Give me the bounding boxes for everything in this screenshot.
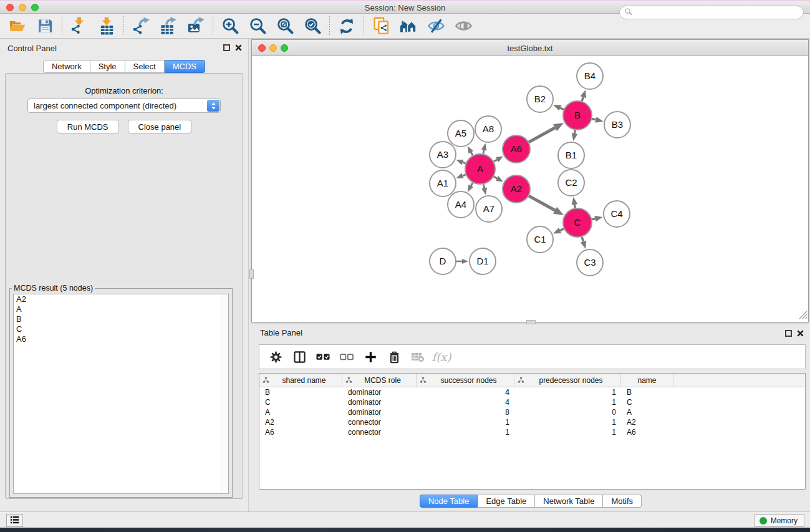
table-tab-edge-table[interactable]: Edge Table bbox=[478, 495, 535, 508]
float-panel-icon[interactable] bbox=[223, 44, 230, 51]
mcds-result-item[interactable]: A bbox=[14, 304, 228, 314]
table-row[interactable]: Adominator80A bbox=[259, 407, 805, 417]
graph-edge[interactable] bbox=[529, 196, 555, 210]
tab-select[interactable]: Select bbox=[125, 60, 165, 73]
table-cell[interactable]: 1 bbox=[514, 417, 621, 427]
graph-edge[interactable] bbox=[494, 160, 497, 162]
graph-edge[interactable] bbox=[575, 130, 576, 133]
add-column-icon[interactable] bbox=[360, 347, 380, 367]
table-tab-node-table[interactable]: Node Table bbox=[420, 495, 478, 508]
graph-node-A8[interactable] bbox=[475, 116, 501, 142]
mcds-result-item[interactable]: C bbox=[14, 324, 228, 334]
table-cell[interactable]: 1 bbox=[514, 397, 621, 407]
open-file-icon[interactable] bbox=[4, 15, 31, 37]
table-cell[interactable]: B bbox=[621, 387, 673, 397]
table-cell[interactable]: dominator bbox=[342, 407, 417, 417]
table-row[interactable]: A6connector11A6 bbox=[259, 427, 805, 437]
graph-edge[interactable] bbox=[582, 97, 583, 101]
column-header-predecessor-nodes[interactable]: predecessor nodes bbox=[514, 374, 621, 387]
table-row[interactable]: Bdominator41B bbox=[259, 387, 805, 397]
graph-edge[interactable] bbox=[592, 219, 595, 220]
table-cell[interactable]: A bbox=[259, 407, 342, 417]
table-close-panel-icon[interactable] bbox=[797, 330, 804, 337]
graph-edge[interactable] bbox=[561, 108, 564, 109]
table-cell[interactable]: 8 bbox=[417, 407, 514, 417]
column-visibility-icon[interactable] bbox=[289, 347, 309, 367]
graph-node-C4[interactable] bbox=[604, 201, 630, 227]
table-cell[interactable]: 4 bbox=[417, 397, 514, 407]
column-header-shared-name[interactable]: shared name bbox=[259, 374, 342, 387]
table-cell[interactable]: A6 bbox=[621, 427, 673, 437]
graph-edge[interactable] bbox=[582, 237, 583, 241]
table-row[interactable]: Cdominator41C bbox=[259, 397, 805, 407]
run-mcds-button[interactable]: Run MCDS bbox=[57, 120, 119, 133]
graph-edge[interactable] bbox=[483, 150, 484, 154]
tab-mcds[interactable]: MCDS bbox=[165, 60, 205, 73]
optimization-criterion-select[interactable]: largest connected component (directed) bbox=[27, 99, 221, 113]
graph-node-B3[interactable] bbox=[604, 112, 630, 138]
export-image-icon[interactable] bbox=[182, 15, 210, 37]
table-cell[interactable]: dominator bbox=[342, 387, 417, 397]
import-table-icon[interactable] bbox=[93, 15, 120, 37]
graph-node-A6[interactable] bbox=[503, 135, 530, 163]
table-row[interactable]: A2connector11A2 bbox=[259, 417, 805, 427]
graph-node-B1[interactable] bbox=[558, 142, 584, 168]
import-network-icon[interactable] bbox=[65, 15, 93, 37]
zoom-out-icon[interactable] bbox=[244, 15, 271, 37]
graph-node-A2[interactable] bbox=[503, 175, 530, 203]
graph-node-A3[interactable] bbox=[430, 142, 456, 168]
table-cell[interactable]: 4 bbox=[417, 387, 514, 397]
mcds-result-item[interactable]: B bbox=[14, 314, 228, 324]
graph-node-B2[interactable] bbox=[527, 86, 553, 112]
delete-column-icon[interactable] bbox=[384, 347, 404, 367]
graph-edge[interactable] bbox=[463, 162, 466, 163]
table-cell[interactable]: C bbox=[621, 397, 673, 407]
result-scrollbar[interactable] bbox=[221, 294, 228, 493]
graph-node-A4[interactable] bbox=[448, 191, 474, 218]
graph-node-C[interactable] bbox=[563, 208, 592, 237]
search-input[interactable] bbox=[635, 7, 803, 18]
graph-edge[interactable] bbox=[471, 183, 473, 186]
graph-node-D1[interactable] bbox=[470, 248, 496, 274]
export-table-icon[interactable] bbox=[155, 15, 182, 37]
graph-node-C3[interactable] bbox=[577, 249, 603, 276]
table-float-panel-icon[interactable] bbox=[785, 330, 792, 337]
hide-panel-icon[interactable] bbox=[422, 15, 450, 37]
network-canvas[interactable]: B4B2BB3A8A5A6A3B1AA1C2A2A4A7CC1C4C3DD1 bbox=[252, 56, 808, 322]
graph-node-C1[interactable] bbox=[527, 226, 553, 253]
deselect-all-icon[interactable] bbox=[337, 347, 357, 367]
select-all-icon[interactable] bbox=[313, 347, 333, 367]
graph-node-A7[interactable] bbox=[476, 196, 502, 222]
table-cell[interactable]: connector bbox=[342, 417, 417, 427]
table-cell[interactable]: B bbox=[259, 387, 342, 397]
table-cell[interactable]: 1 bbox=[417, 427, 514, 437]
tab-style[interactable]: Style bbox=[90, 60, 125, 73]
table-cell[interactable]: 1 bbox=[514, 387, 621, 397]
graph-node-B[interactable] bbox=[563, 101, 592, 130]
splitter-grip-horizontal[interactable] bbox=[526, 320, 536, 324]
close-panel-icon[interactable] bbox=[235, 44, 242, 51]
table-tab-network-table[interactable]: Network Table bbox=[535, 495, 603, 508]
table-tab-motifs[interactable]: Motifs bbox=[603, 495, 642, 508]
memory-button[interactable]: Memory bbox=[754, 514, 804, 527]
graph-node-A[interactable] bbox=[465, 154, 495, 184]
graph-edge[interactable] bbox=[463, 175, 466, 176]
table-cell[interactable]: connector bbox=[342, 427, 417, 437]
close-panel-button[interactable]: Close panel bbox=[128, 120, 192, 133]
table-cell[interactable]: 0 bbox=[514, 407, 621, 417]
graph-node-B4[interactable] bbox=[577, 63, 603, 89]
refresh-icon[interactable] bbox=[333, 15, 360, 37]
table-cell[interactable]: A2 bbox=[621, 417, 673, 427]
column-header-name[interactable]: name bbox=[621, 374, 673, 387]
search-box[interactable] bbox=[619, 6, 804, 19]
graph-edge[interactable] bbox=[560, 229, 564, 231]
export-network-icon[interactable] bbox=[127, 15, 155, 37]
open-browser-icon[interactable] bbox=[395, 15, 422, 37]
table-cell[interactable]: C bbox=[259, 397, 342, 407]
tab-network[interactable]: Network bbox=[43, 60, 90, 73]
graph-edge[interactable] bbox=[575, 205, 576, 208]
table-cell[interactable]: 1 bbox=[514, 427, 621, 437]
zoom-selected-icon[interactable] bbox=[299, 15, 326, 37]
graph-node-A5[interactable] bbox=[448, 120, 474, 147]
graph-node-A1[interactable] bbox=[430, 170, 456, 196]
